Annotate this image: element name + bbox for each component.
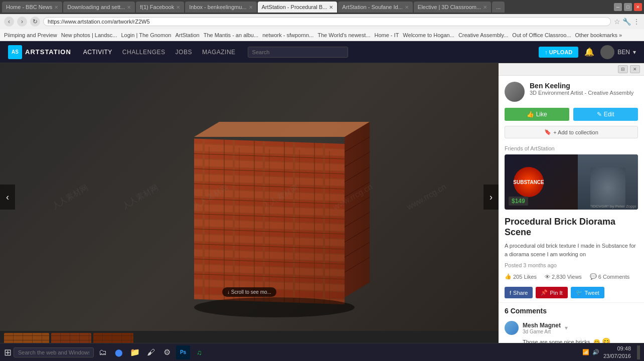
refresh-button[interactable]: ↻: [30, 17, 40, 27]
collection-label: + Add to collection: [553, 129, 598, 135]
friends-label: Friends of ArtStation: [505, 145, 638, 151]
pin-button[interactable]: 📌 Pin It: [536, 287, 567, 298]
friends-section: Friends of ArtStation SUBSTANCE $149 "ID…: [499, 143, 644, 212]
address-bar[interactable]: [43, 17, 611, 26]
author-name[interactable]: Ben Keeling: [530, 82, 638, 90]
eye-icon: 👁: [545, 274, 550, 280]
back-button[interactable]: ‹: [4, 17, 14, 27]
tweet-label: Tweet: [585, 290, 599, 296]
notification-bell-icon[interactable]: 🔔: [584, 47, 594, 57]
tab-inbox[interactable]: Inbox - benkeelingmu... ✕: [185, 2, 256, 13]
taskbar-chrome[interactable]: ⬤: [112, 345, 126, 359]
sidebar-collapse-button[interactable]: ⊟: [618, 65, 628, 73]
nav-magazine[interactable]: MAGAZINE: [202, 49, 236, 56]
close-button[interactable]: ✕: [634, 3, 642, 11]
taskbar-settings[interactable]: ⚙: [160, 345, 174, 359]
close-icon[interactable]: ✕: [54, 5, 58, 10]
share-facebook-button[interactable]: f Share: [505, 287, 533, 298]
search-input[interactable]: [248, 47, 348, 58]
tab-more[interactable]: ...: [492, 2, 505, 13]
add-to-collection-button[interactable]: 🔖 + Add to collection: [505, 126, 638, 138]
tab-elective[interactable]: Elective | 3D Classroom... ✕: [414, 2, 491, 13]
taskbar-clock[interactable]: 09:48 23/07/2016: [603, 345, 631, 359]
volume-icon[interactable]: 🔊: [592, 349, 599, 355]
share-buttons: f Share 📌 Pin It 🐦 Tweet: [499, 283, 644, 302]
tab-soufane[interactable]: ArtStation - Soufane Id... ✕: [338, 2, 412, 13]
taskbar-photoshop[interactable]: Ps: [176, 345, 190, 359]
nav-jobs[interactable]: JOBS: [176, 49, 192, 56]
views-stat: 👁 2,830 Views: [545, 274, 582, 280]
tab-label: ArtStation - Soufane Id...: [342, 4, 402, 10]
substance-logo: SUBSTANCE: [514, 167, 544, 197]
close-icon[interactable]: ✕: [405, 5, 409, 10]
sidebar-close-button[interactable]: ✕: [630, 65, 640, 73]
user-menu[interactable]: BEN ▾: [600, 45, 636, 59]
comment-author-name[interactable]: Mesh Magnet: [523, 322, 561, 329]
like-button[interactable]: 👍 Like: [505, 108, 569, 121]
star-icon[interactable]: ☆: [614, 18, 620, 26]
comment-expand-button[interactable]: ▾: [565, 324, 568, 331]
bookmark-worlds[interactable]: The World's newest...: [317, 32, 370, 38]
taskbar-windows-explorer[interactable]: 📁: [128, 345, 142, 359]
taskbar-search-input[interactable]: [14, 347, 94, 357]
taskbar-paint[interactable]: 🖌: [144, 345, 158, 359]
bookmark-artstation[interactable]: ArtStation: [175, 32, 199, 38]
viewer-area: 人人素材网 人人素材网 人人素材网 人人素材网 www.rrcg.cn www.…: [0, 63, 499, 361]
sidebar: ⊟ ✕ Ben Keeling 3D Environment Artist - …: [499, 63, 644, 361]
tab-label: ...: [496, 4, 501, 10]
bookmark-pimp[interactable]: Piimping and Preview: [4, 32, 57, 38]
facebook-icon: f: [510, 290, 511, 296]
tab-facebook[interactable]: f(1) Facebook ✕: [136, 2, 184, 13]
username: BEN: [617, 49, 630, 56]
tab-bbc[interactable]: Home - BBC News ✕: [2, 2, 62, 13]
extension-icon[interactable]: 🔧: [622, 18, 631, 26]
close-icon[interactable]: ✕: [127, 5, 131, 10]
bookmark-office[interactable]: Out of Office Classroo...: [512, 32, 571, 38]
bookmark-icon: 🔖: [544, 129, 551, 135]
menu-icon[interactable]: ⋮: [633, 18, 640, 26]
close-icon[interactable]: ✕: [176, 5, 180, 10]
bookmark-home-it[interactable]: Home - IT: [374, 32, 399, 38]
substance-ad[interactable]: SUBSTANCE $149 "IDCVGR" by Peter Zoppi: [505, 154, 638, 210]
close-icon[interactable]: ✕: [483, 5, 487, 10]
maximize-button[interactable]: □: [624, 3, 632, 11]
pin-label: Pin It: [550, 290, 562, 296]
close-icon[interactable]: ✕: [329, 5, 333, 10]
author-avatar[interactable]: [505, 82, 525, 102]
bookmark-photos[interactable]: New photos | Landsc...: [61, 32, 117, 38]
taskbar-file-explorer[interactable]: 🗂: [96, 345, 110, 359]
comments-header: 6 Comments: [499, 302, 644, 317]
bookmark-network[interactable]: network - sfwpornn...: [262, 32, 313, 38]
show-desktop-button[interactable]: [637, 345, 640, 359]
header-right: ↑ UPLOAD 🔔 BEN ▾: [539, 45, 636, 59]
tab-download[interactable]: Downloading and sett... ✕: [63, 2, 135, 13]
time-display: 09:48: [603, 345, 631, 352]
comment-avatar[interactable]: [505, 321, 519, 335]
forward-button[interactable]: ›: [17, 17, 27, 27]
bookmark-creative[interactable]: Creative Assembly...: [458, 32, 508, 38]
bookmark-hogan[interactable]: Welcome to Hogan...: [403, 32, 454, 38]
next-image-button[interactable]: ›: [484, 185, 499, 210]
tweet-button[interactable]: 🐦 Tweet: [571, 287, 604, 298]
nav-challenges[interactable]: CHALLENGES: [122, 49, 166, 56]
likes-count: 205 Likes: [513, 274, 537, 280]
tab-artstation-active[interactable]: ArtStation - Procedural B... ✕: [258, 2, 338, 13]
edit-button[interactable]: ✎ Edit: [573, 108, 638, 121]
likes-stat: 👍 205 Likes: [505, 273, 537, 280]
network-icon[interactable]: 📶: [582, 349, 589, 355]
taskbar-right: 📶 🔊 09:48 23/07/2016: [582, 345, 640, 359]
tab-label: Inbox - benkeelingmu...: [189, 4, 246, 10]
upload-button[interactable]: ↑ UPLOAD: [539, 47, 578, 58]
windows-icon[interactable]: ⊞: [4, 347, 12, 358]
bookmark-mantis[interactable]: The Mantis - an albu...: [204, 32, 258, 38]
bookmark-other[interactable]: Other bookmarks »: [575, 32, 622, 38]
close-icon[interactable]: ✕: [249, 5, 253, 10]
search-container: [248, 47, 348, 58]
logo[interactable]: AS ARTSTATION: [8, 45, 71, 59]
bookmark-gnomon[interactable]: Login | The Gnomon: [121, 32, 171, 38]
taskbar-spotify[interactable]: ♫: [192, 345, 206, 359]
chevron-down-icon: ▾: [633, 49, 636, 56]
previous-image-button[interactable]: ‹: [0, 185, 15, 210]
minimize-button[interactable]: ─: [614, 3, 622, 11]
nav-activity[interactable]: ACTIVITY: [83, 49, 112, 56]
